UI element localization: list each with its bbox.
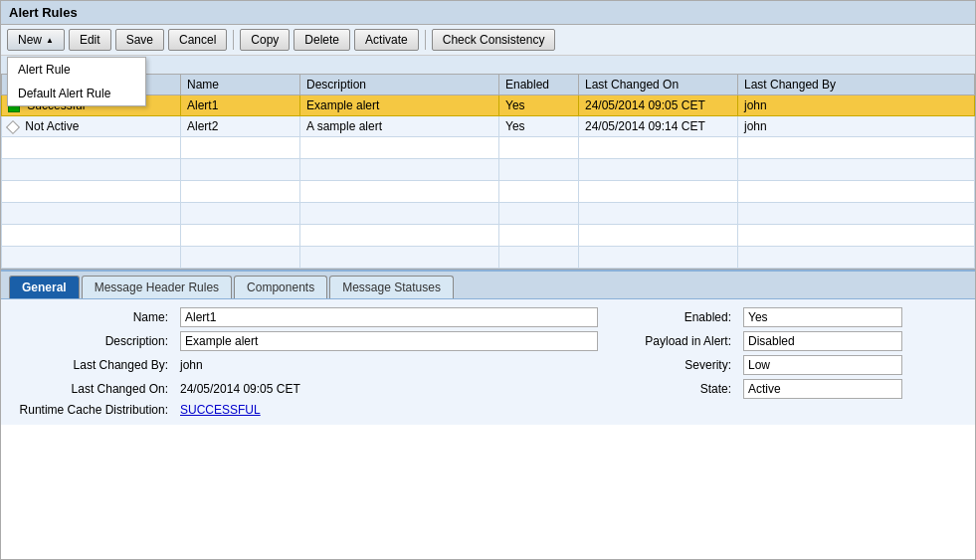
col-header-last-changed-by[interactable]: Last Changed By bbox=[738, 75, 975, 95]
table-row-empty bbox=[2, 247, 975, 269]
enabled-input[interactable] bbox=[743, 307, 902, 327]
row-changed-on-cell: 24/05/2014 09:14 CET bbox=[579, 116, 738, 137]
table-header-row: Name Description Enabled Last Changed On… bbox=[2, 75, 975, 95]
tabs-container: General Message Header Rules Components … bbox=[1, 270, 975, 425]
runtime-cache-value[interactable]: SUCCESSFUL bbox=[180, 403, 598, 417]
col-header-name[interactable]: Name bbox=[181, 75, 300, 95]
last-changed-by-value: john bbox=[180, 358, 598, 372]
tab-content-general: Name: Enabled: Description: Payload in A… bbox=[1, 298, 975, 425]
page-title: Alert Rules bbox=[1, 1, 975, 25]
last-changed-by-label: Last Changed By: bbox=[13, 358, 172, 372]
row-enabled-cell: Yes bbox=[499, 116, 579, 137]
table-area: ▼ Name Description Enabled Last Changed … bbox=[1, 56, 975, 270]
new-dropdown-menu: Alert Rule Default Alert Rule bbox=[7, 57, 146, 106]
row-changed-by-cell: john bbox=[738, 116, 975, 137]
tab-general[interactable]: General bbox=[9, 276, 80, 298]
page-container: Alert Rules New ▲ Edit Save Cancel Copy … bbox=[0, 0, 976, 560]
row-description-cell: Example alert bbox=[300, 95, 499, 116]
severity-input[interactable] bbox=[743, 355, 902, 375]
enabled-label: Enabled: bbox=[606, 310, 735, 324]
col-header-last-changed-on[interactable]: Last Changed On bbox=[579, 75, 738, 95]
row-status-cell: Not Active bbox=[2, 116, 181, 137]
description-input[interactable] bbox=[180, 331, 598, 351]
tab-message-statuses[interactable]: Message Statuses bbox=[329, 276, 454, 298]
new-label: New bbox=[18, 33, 42, 47]
main-table: Name Description Enabled Last Changed On… bbox=[1, 74, 975, 269]
tab-message-header-rules[interactable]: Message Header Rules bbox=[82, 276, 232, 298]
filter-row: ▼ bbox=[1, 56, 975, 74]
tab-components[interactable]: Components bbox=[234, 276, 327, 298]
last-changed-on-label: Last Changed On: bbox=[13, 382, 172, 396]
activate-button[interactable]: Activate bbox=[354, 29, 419, 51]
table-row-empty bbox=[2, 159, 975, 181]
table-row-empty bbox=[2, 203, 975, 225]
severity-label: Severity: bbox=[606, 358, 735, 372]
last-changed-on-value: 24/05/2014 09:05 CET bbox=[180, 382, 598, 396]
table-row-empty bbox=[2, 137, 975, 159]
dropdown-item-default-alert-rule[interactable]: Default Alert Rule bbox=[8, 82, 145, 105]
col-header-description[interactable]: Description bbox=[300, 75, 499, 95]
runtime-cache-label: Runtime Cache Distribution: bbox=[13, 403, 172, 417]
row-changed-by-cell: john bbox=[738, 95, 975, 116]
check-consistency-button[interactable]: Check Consistency bbox=[432, 29, 556, 51]
state-input[interactable] bbox=[743, 379, 902, 399]
table-row-empty bbox=[2, 181, 975, 203]
name-input[interactable] bbox=[180, 307, 598, 327]
status-inactive-icon bbox=[6, 120, 20, 134]
table-row[interactable]: Not Active Alert2 A sample alert Yes 24/… bbox=[2, 116, 975, 137]
payload-label: Payload in Alert: bbox=[606, 334, 735, 348]
name-label: Name: bbox=[13, 310, 172, 324]
row-description-cell: A sample alert bbox=[300, 116, 499, 137]
dropdown-item-alert-rule[interactable]: Alert Rule bbox=[8, 58, 145, 82]
cancel-button[interactable]: Cancel bbox=[168, 29, 227, 51]
copy-button[interactable]: Copy bbox=[240, 29, 290, 51]
table-row-empty bbox=[2, 225, 975, 247]
toolbar: New ▲ Edit Save Cancel Copy Delete Activ… bbox=[1, 25, 975, 56]
description-label: Description: bbox=[13, 334, 172, 348]
save-button[interactable]: Save bbox=[115, 29, 164, 51]
detail-form: Name: Enabled: Description: Payload in A… bbox=[13, 307, 963, 417]
row-status-label: Not Active bbox=[25, 119, 79, 133]
toolbar-separator bbox=[233, 30, 234, 50]
row-name-cell: Alert1 bbox=[181, 95, 300, 116]
state-label: State: bbox=[606, 382, 735, 396]
tabs-row: General Message Header Rules Components … bbox=[1, 272, 975, 298]
row-name-cell: Alert2 bbox=[181, 116, 300, 137]
edit-button[interactable]: Edit bbox=[69, 29, 111, 51]
row-changed-on-cell: 24/05/2014 09:05 CET bbox=[579, 95, 738, 116]
delete-button[interactable]: Delete bbox=[293, 29, 350, 51]
toolbar-separator-2 bbox=[425, 30, 426, 50]
payload-input[interactable] bbox=[743, 331, 902, 351]
new-dropdown-arrow: ▲ bbox=[46, 36, 54, 45]
table-row[interactable]: Successful Alert1 Example alert Yes 24/0… bbox=[2, 95, 975, 116]
row-enabled-cell: Yes bbox=[499, 95, 579, 116]
new-button[interactable]: New ▲ bbox=[7, 29, 65, 51]
col-header-enabled[interactable]: Enabled bbox=[499, 75, 579, 95]
